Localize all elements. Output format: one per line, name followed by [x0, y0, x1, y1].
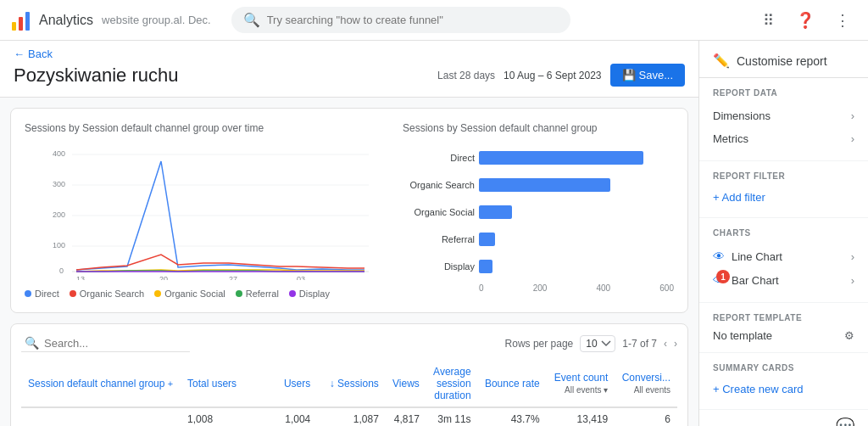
rows-per-page-select[interactable]: 10 25 50: [580, 335, 615, 352]
totals-conversions: 6: [615, 407, 677, 426]
col-header-event-count-sub: All events ▾: [565, 385, 608, 395]
report-filter-section: REPORT FILTER + Add filter: [699, 161, 868, 218]
add-filter-btn[interactable]: + Add filter: [713, 188, 854, 207]
bar-chart-chevron: ›: [851, 274, 854, 287]
line-chart-svg: 400 300 200 100 0 13 Aug: [25, 144, 382, 280]
report-filter-label: REPORT FILTER: [713, 171, 854, 181]
more-icon-btn[interactable]: ⋮: [827, 5, 858, 36]
save-button[interactable]: 💾 Save...: [610, 64, 685, 87]
right-panel: ✏️ Customise report REPORT DATA Dimensio…: [698, 41, 868, 426]
add-dimension-btn[interactable]: +: [168, 378, 173, 389]
legend-label-direct: Direct: [35, 289, 59, 299]
apps-icon-btn[interactable]: ⠿: [753, 5, 783, 36]
col-header-conversions-sub: All events: [634, 385, 670, 395]
totals-users: 1,004: [249, 407, 318, 426]
legend-label-organic-search: Organic Search: [80, 289, 144, 299]
col-header-channel[interactable]: Session default channel group +: [21, 361, 181, 407]
legend-label-referral: Referral: [246, 289, 279, 299]
page-title: Pozyskiwanie ruchu: [14, 64, 178, 87]
page-header-right: Last 28 days 10 Aug – 6 Sept 2023 💾 Save…: [437, 64, 685, 87]
charts-label: CHARTS: [713, 228, 854, 238]
bar-label-organic-social: Organic Social: [403, 207, 475, 217]
totals-total-users: 1,008: [181, 407, 249, 426]
legend-dot-organic-search: [70, 290, 76, 297]
line-chart-option[interactable]: 👁 Line Chart ›: [713, 244, 854, 268]
legend-organic-social: Organic Social: [154, 289, 225, 299]
date-range-label: Last 28 days: [437, 70, 495, 81]
bar-label-display: Display: [403, 261, 475, 272]
next-page-btn[interactable]: ›: [674, 338, 677, 350]
legend-dot-display: [289, 290, 296, 297]
legend-label-organic-social: Organic Social: [164, 289, 225, 299]
create-card-btn[interactable]: + Create new card: [713, 379, 854, 399]
bar-row-organic-search: Organic Search: [479, 176, 674, 194]
page-header: ← Back Pozyskiwanie ruchu Last 28 days 1…: [0, 41, 698, 98]
table-search-bar[interactable]: 🔍: [21, 334, 190, 352]
table-search-input[interactable]: [44, 337, 186, 350]
legend-referral: Referral: [236, 289, 279, 299]
bar-chart-badge: 1: [716, 270, 730, 283]
pagination-label: 1-7 of 7: [622, 338, 657, 350]
legend-dot-organic-social: [154, 290, 161, 297]
charts-section: Sessions by Session default channel grou…: [10, 108, 688, 313]
col-header-sessions[interactable]: ↓ Sessions: [317, 361, 386, 407]
table-right-controls: Rows per page 10 25 50 1-7 of 7 ‹ ›: [505, 335, 677, 352]
prev-page-btn[interactable]: ‹: [664, 338, 667, 350]
back-link[interactable]: ← Back: [14, 48, 685, 60]
back-label: Back: [28, 48, 53, 60]
col-header-conversions[interactable]: Conversi... All events: [615, 361, 677, 407]
dimensions-row[interactable]: Dimensions ›: [713, 104, 854, 127]
legend-organic-search: Organic Search: [70, 289, 144, 299]
line-chart-area: 400 300 200 100 0 13 Aug: [25, 144, 382, 280]
search-bar[interactable]: 🔍: [231, 7, 570, 33]
rows-per-page-label: Rows per page: [505, 338, 574, 350]
line-chart-container: Sessions by Session default channel grou…: [25, 122, 382, 299]
totals-event-count: 13,419: [547, 407, 615, 426]
report-template-label: REPORT TEMPLATE: [713, 313, 854, 322]
template-settings-icon[interactable]: ⚙: [844, 329, 854, 342]
nav-right: ⠿ ❓ ⋮: [753, 5, 858, 36]
line-chart-eye-icon: 👁: [713, 249, 725, 263]
content-area: ← Back Pozyskiwanie ruchu Last 28 days 1…: [0, 41, 698, 426]
col-header-avg-duration[interactable]: Averagesessionduration: [426, 361, 478, 407]
bar-fill-display: [479, 260, 492, 273]
col-header-views[interactable]: Views: [386, 361, 426, 407]
back-arrow-icon: ←: [14, 48, 25, 60]
col-header-total-users[interactable]: Total users: [181, 361, 249, 407]
panel-footer: 💬: [699, 410, 868, 426]
help-icon-btn[interactable]: ❓: [790, 5, 821, 36]
feedback-icon-btn[interactable]: 💬: [836, 417, 854, 426]
nav-breadcrumb: website group.al. Dec.: [102, 14, 211, 26]
app-title: Analytics: [39, 13, 93, 28]
totals-bounce-rate: 43.7%: [478, 407, 547, 426]
legend-label-display: Display: [299, 289, 330, 299]
svg-text:03: 03: [297, 275, 305, 280]
svg-rect-1: [19, 17, 23, 31]
col-header-users[interactable]: Users: [249, 361, 318, 407]
metrics-row[interactable]: Metrics ›: [713, 127, 854, 150]
totals-label: [21, 407, 181, 426]
bar-axis: 0 200 400 600: [403, 283, 674, 293]
report-template-section: REPORT TEMPLATE No template ⚙: [699, 303, 868, 353]
summary-cards-label: SUMMARY CARDS: [713, 363, 854, 373]
data-table: Session default channel group + Total us…: [21, 361, 677, 426]
bar-chart-area: Direct Organic Search Organic Social Ref…: [403, 144, 674, 280]
col-header-bounce-rate[interactable]: Bounce rate: [478, 361, 547, 407]
svg-text:27: 27: [229, 275, 237, 280]
bar-chart-option[interactable]: 👁1 Bar Chart ›: [713, 268, 854, 292]
top-nav: Analytics website group.al. Dec. 🔍 ⠿ ❓ ⋮: [0, 0, 868, 41]
legend-dot-referral: [236, 290, 242, 297]
search-icon: 🔍: [243, 12, 260, 28]
main-layout: ← Back Pozyskiwanie ruchu Last 28 days 1…: [0, 41, 868, 426]
bar-label-direct: Direct: [403, 153, 475, 163]
totals-row: 1,008 1,004 1,087 4,817 3m 11s 43.7% 13,…: [21, 407, 677, 426]
search-input[interactable]: [267, 14, 559, 26]
bar-row-display: Display: [479, 257, 674, 276]
col-header-event-count[interactable]: Event count All events ▾: [547, 361, 615, 407]
bar-chart-title: Sessions by Session default channel grou…: [403, 122, 674, 134]
save-icon: 💾: [622, 69, 636, 81]
bar-chart-eye-icon: 👁1: [713, 273, 725, 287]
bar-fill-organic-search: [479, 178, 610, 192]
bar-row-referral: Referral: [479, 230, 674, 249]
chart-legend: Direct Organic Search Organic Social Ref…: [25, 289, 382, 299]
